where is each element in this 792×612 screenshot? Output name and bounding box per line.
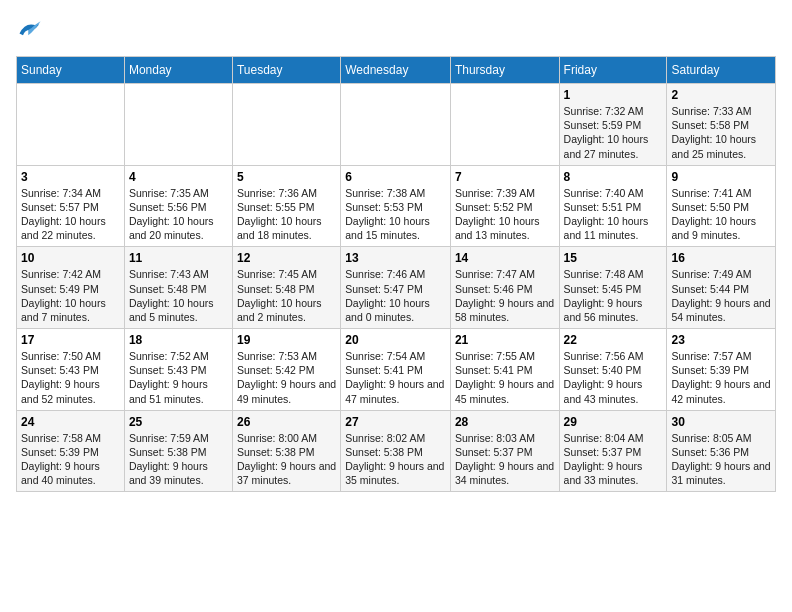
day-number: 14: [455, 251, 555, 265]
day-number: 10: [21, 251, 120, 265]
day-number: 23: [671, 333, 771, 347]
day-number: 4: [129, 170, 228, 184]
header-day-saturday: Saturday: [667, 57, 776, 84]
calendar-week-5: 24Sunrise: 7:58 AM Sunset: 5:39 PM Dayli…: [17, 410, 776, 492]
calendar-cell: 9Sunrise: 7:41 AM Sunset: 5:50 PM Daylig…: [667, 165, 776, 247]
day-number: 15: [564, 251, 663, 265]
day-number: 27: [345, 415, 446, 429]
header-day-wednesday: Wednesday: [341, 57, 451, 84]
day-info: Sunrise: 7:54 AM Sunset: 5:41 PM Dayligh…: [345, 349, 446, 406]
day-info: Sunrise: 7:46 AM Sunset: 5:47 PM Dayligh…: [345, 267, 446, 324]
day-info: Sunrise: 7:58 AM Sunset: 5:39 PM Dayligh…: [21, 431, 120, 488]
day-info: Sunrise: 7:52 AM Sunset: 5:43 PM Dayligh…: [129, 349, 228, 406]
day-info: Sunrise: 7:53 AM Sunset: 5:42 PM Dayligh…: [237, 349, 336, 406]
day-info: Sunrise: 7:42 AM Sunset: 5:49 PM Dayligh…: [21, 267, 120, 324]
calendar-cell: [124, 84, 232, 166]
day-number: 16: [671, 251, 771, 265]
calendar-cell: 11Sunrise: 7:43 AM Sunset: 5:48 PM Dayli…: [124, 247, 232, 329]
calendar-cell: 5Sunrise: 7:36 AM Sunset: 5:55 PM Daylig…: [232, 165, 340, 247]
day-info: Sunrise: 7:48 AM Sunset: 5:45 PM Dayligh…: [564, 267, 663, 324]
day-number: 9: [671, 170, 771, 184]
day-number: 24: [21, 415, 120, 429]
calendar-cell: 2Sunrise: 7:33 AM Sunset: 5:58 PM Daylig…: [667, 84, 776, 166]
calendar-cell: 27Sunrise: 8:02 AM Sunset: 5:38 PM Dayli…: [341, 410, 451, 492]
day-info: Sunrise: 8:03 AM Sunset: 5:37 PM Dayligh…: [455, 431, 555, 488]
day-info: Sunrise: 7:55 AM Sunset: 5:41 PM Dayligh…: [455, 349, 555, 406]
calendar-cell: 12Sunrise: 7:45 AM Sunset: 5:48 PM Dayli…: [232, 247, 340, 329]
logo-bird-icon: [16, 16, 44, 44]
day-info: Sunrise: 7:33 AM Sunset: 5:58 PM Dayligh…: [671, 104, 771, 161]
day-info: Sunrise: 7:34 AM Sunset: 5:57 PM Dayligh…: [21, 186, 120, 243]
header-day-friday: Friday: [559, 57, 667, 84]
day-number: 20: [345, 333, 446, 347]
calendar-week-1: 1Sunrise: 7:32 AM Sunset: 5:59 PM Daylig…: [17, 84, 776, 166]
calendar-cell: 4Sunrise: 7:35 AM Sunset: 5:56 PM Daylig…: [124, 165, 232, 247]
calendar-week-3: 10Sunrise: 7:42 AM Sunset: 5:49 PM Dayli…: [17, 247, 776, 329]
calendar-cell: 29Sunrise: 8:04 AM Sunset: 5:37 PM Dayli…: [559, 410, 667, 492]
day-number: 22: [564, 333, 663, 347]
day-number: 8: [564, 170, 663, 184]
calendar-cell: 3Sunrise: 7:34 AM Sunset: 5:57 PM Daylig…: [17, 165, 125, 247]
day-number: 29: [564, 415, 663, 429]
day-number: 30: [671, 415, 771, 429]
calendar-cell: [17, 84, 125, 166]
day-info: Sunrise: 7:43 AM Sunset: 5:48 PM Dayligh…: [129, 267, 228, 324]
calendar-cell: 15Sunrise: 7:48 AM Sunset: 5:45 PM Dayli…: [559, 247, 667, 329]
header-day-thursday: Thursday: [450, 57, 559, 84]
calendar-cell: [232, 84, 340, 166]
header-day-sunday: Sunday: [17, 57, 125, 84]
day-info: Sunrise: 7:59 AM Sunset: 5:38 PM Dayligh…: [129, 431, 228, 488]
day-number: 2: [671, 88, 771, 102]
day-info: Sunrise: 7:56 AM Sunset: 5:40 PM Dayligh…: [564, 349, 663, 406]
day-info: Sunrise: 8:05 AM Sunset: 5:36 PM Dayligh…: [671, 431, 771, 488]
header-day-monday: Monday: [124, 57, 232, 84]
calendar-cell: [450, 84, 559, 166]
calendar-cell: 7Sunrise: 7:39 AM Sunset: 5:52 PM Daylig…: [450, 165, 559, 247]
calendar-week-2: 3Sunrise: 7:34 AM Sunset: 5:57 PM Daylig…: [17, 165, 776, 247]
calendar-cell: 18Sunrise: 7:52 AM Sunset: 5:43 PM Dayli…: [124, 329, 232, 411]
day-number: 5: [237, 170, 336, 184]
calendar-cell: 8Sunrise: 7:40 AM Sunset: 5:51 PM Daylig…: [559, 165, 667, 247]
calendar-cell: 6Sunrise: 7:38 AM Sunset: 5:53 PM Daylig…: [341, 165, 451, 247]
calendar-cell: 26Sunrise: 8:00 AM Sunset: 5:38 PM Dayli…: [232, 410, 340, 492]
calendar-cell: 17Sunrise: 7:50 AM Sunset: 5:43 PM Dayli…: [17, 329, 125, 411]
day-info: Sunrise: 7:35 AM Sunset: 5:56 PM Dayligh…: [129, 186, 228, 243]
day-number: 7: [455, 170, 555, 184]
calendar-cell: 20Sunrise: 7:54 AM Sunset: 5:41 PM Dayli…: [341, 329, 451, 411]
day-number: 19: [237, 333, 336, 347]
day-info: Sunrise: 7:57 AM Sunset: 5:39 PM Dayligh…: [671, 349, 771, 406]
day-number: 1: [564, 88, 663, 102]
calendar-cell: 30Sunrise: 8:05 AM Sunset: 5:36 PM Dayli…: [667, 410, 776, 492]
day-info: Sunrise: 7:45 AM Sunset: 5:48 PM Dayligh…: [237, 267, 336, 324]
day-info: Sunrise: 8:04 AM Sunset: 5:37 PM Dayligh…: [564, 431, 663, 488]
day-number: 12: [237, 251, 336, 265]
day-number: 25: [129, 415, 228, 429]
day-info: Sunrise: 7:47 AM Sunset: 5:46 PM Dayligh…: [455, 267, 555, 324]
day-info: Sunrise: 7:32 AM Sunset: 5:59 PM Dayligh…: [564, 104, 663, 161]
calendar-cell: 21Sunrise: 7:55 AM Sunset: 5:41 PM Dayli…: [450, 329, 559, 411]
day-info: Sunrise: 7:36 AM Sunset: 5:55 PM Dayligh…: [237, 186, 336, 243]
calendar-cell: 22Sunrise: 7:56 AM Sunset: 5:40 PM Dayli…: [559, 329, 667, 411]
day-number: 6: [345, 170, 446, 184]
day-info: Sunrise: 7:49 AM Sunset: 5:44 PM Dayligh…: [671, 267, 771, 324]
page-header: [16, 16, 776, 44]
calendar-cell: 24Sunrise: 7:58 AM Sunset: 5:39 PM Dayli…: [17, 410, 125, 492]
day-info: Sunrise: 7:38 AM Sunset: 5:53 PM Dayligh…: [345, 186, 446, 243]
day-number: 28: [455, 415, 555, 429]
calendar-cell: 19Sunrise: 7:53 AM Sunset: 5:42 PM Dayli…: [232, 329, 340, 411]
calendar-cell: 28Sunrise: 8:03 AM Sunset: 5:37 PM Dayli…: [450, 410, 559, 492]
calendar-cell: 16Sunrise: 7:49 AM Sunset: 5:44 PM Dayli…: [667, 247, 776, 329]
day-number: 21: [455, 333, 555, 347]
calendar-cell: 14Sunrise: 7:47 AM Sunset: 5:46 PM Dayli…: [450, 247, 559, 329]
calendar-cell: [341, 84, 451, 166]
day-info: Sunrise: 8:00 AM Sunset: 5:38 PM Dayligh…: [237, 431, 336, 488]
logo: [16, 16, 48, 44]
header-day-tuesday: Tuesday: [232, 57, 340, 84]
day-number: 17: [21, 333, 120, 347]
calendar-week-4: 17Sunrise: 7:50 AM Sunset: 5:43 PM Dayli…: [17, 329, 776, 411]
day-number: 26: [237, 415, 336, 429]
calendar-header-row: SundayMondayTuesdayWednesdayThursdayFrid…: [17, 57, 776, 84]
day-number: 13: [345, 251, 446, 265]
day-number: 18: [129, 333, 228, 347]
day-info: Sunrise: 7:50 AM Sunset: 5:43 PM Dayligh…: [21, 349, 120, 406]
